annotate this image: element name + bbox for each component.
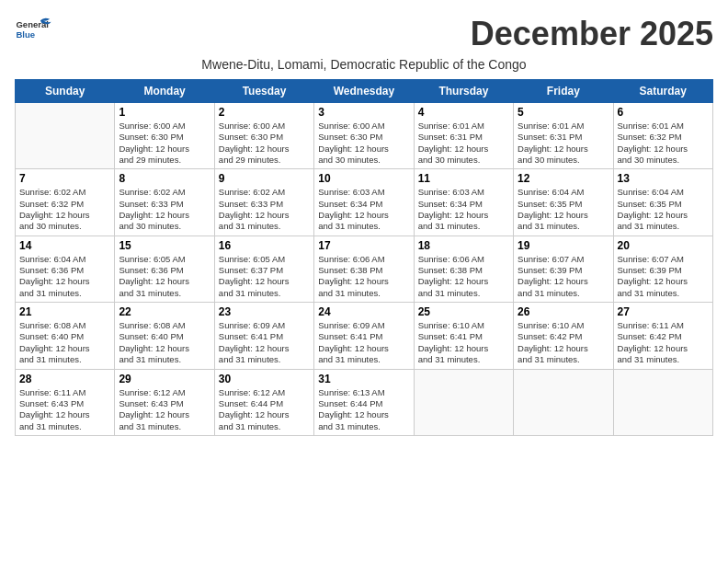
day-number: 10 (318, 172, 409, 185)
day-info: Sunrise: 6:11 AMSunset: 6:43 PMDaylight:… (19, 387, 110, 432)
calendar-table: SundayMondayTuesdayWednesdayThursdayFrid… (15, 79, 713, 436)
day-number: 23 (219, 305, 310, 318)
day-info: Sunrise: 6:05 AMSunset: 6:37 PMDaylight:… (219, 254, 310, 299)
calendar-cell: 11Sunrise: 6:03 AMSunset: 6:34 PMDayligh… (414, 169, 513, 236)
day-number: 26 (518, 305, 609, 318)
logo: General Blue (15, 15, 55, 48)
calendar-col-wednesday: Wednesday (314, 80, 414, 103)
calendar-cell: 16Sunrise: 6:05 AMSunset: 6:37 PMDayligh… (214, 236, 313, 302)
day-info: Sunrise: 6:12 AMSunset: 6:44 PMDaylight:… (219, 387, 310, 432)
day-info: Sunrise: 6:04 AMSunset: 6:36 PMDaylight:… (19, 254, 110, 299)
day-number: 25 (418, 305, 509, 318)
day-info: Sunrise: 6:12 AMSunset: 6:43 PMDaylight:… (119, 387, 210, 432)
calendar-cell (613, 369, 712, 435)
day-info: Sunrise: 6:08 AMSunset: 6:40 PMDaylight:… (19, 320, 110, 365)
calendar-col-monday: Monday (115, 80, 214, 103)
day-info: Sunrise: 6:02 AMSunset: 6:33 PMDaylight:… (119, 187, 210, 232)
calendar-cell: 13Sunrise: 6:04 AMSunset: 6:35 PMDayligh… (613, 169, 712, 236)
day-number: 3 (318, 106, 409, 119)
day-info: Sunrise: 6:01 AMSunset: 6:31 PMDaylight:… (418, 121, 509, 166)
day-info: Sunrise: 6:00 AMSunset: 6:30 PMDaylight:… (219, 121, 310, 166)
day-number: 20 (618, 239, 709, 252)
day-number: 28 (19, 373, 110, 385)
calendar-header-row: SundayMondayTuesdayWednesdayThursdayFrid… (16, 80, 713, 103)
calendar-cell: 14Sunrise: 6:04 AMSunset: 6:36 PMDayligh… (16, 236, 115, 302)
day-info: Sunrise: 6:11 AMSunset: 6:42 PMDaylight:… (618, 320, 709, 365)
day-info: Sunrise: 6:13 AMSunset: 6:44 PMDaylight:… (318, 387, 409, 432)
day-number: 9 (219, 172, 310, 185)
calendar-col-thursday: Thursday (414, 80, 513, 103)
calendar-cell (414, 369, 513, 435)
calendar-cell: 7Sunrise: 6:02 AMSunset: 6:32 PMDaylight… (16, 169, 115, 236)
calendar-cell: 22Sunrise: 6:08 AMSunset: 6:40 PMDayligh… (115, 303, 214, 369)
day-info: Sunrise: 6:10 AMSunset: 6:41 PMDaylight:… (418, 320, 509, 365)
day-info: Sunrise: 6:06 AMSunset: 6:38 PMDaylight:… (318, 254, 409, 299)
calendar-cell: 21Sunrise: 6:08 AMSunset: 6:40 PMDayligh… (16, 303, 115, 369)
day-number: 5 (518, 106, 609, 119)
calendar-cell: 10Sunrise: 6:03 AMSunset: 6:34 PMDayligh… (314, 169, 414, 236)
day-info: Sunrise: 6:03 AMSunset: 6:34 PMDaylight:… (318, 187, 409, 232)
day-number: 22 (119, 305, 210, 318)
calendar-week-1: 1Sunrise: 6:00 AMSunset: 6:30 PMDaylight… (16, 103, 713, 169)
subtitle: Mwene-Ditu, Lomami, Democratic Republic … (15, 57, 713, 72)
calendar-cell: 17Sunrise: 6:06 AMSunset: 6:38 PMDayligh… (314, 236, 414, 302)
calendar-cell: 29Sunrise: 6:12 AMSunset: 6:43 PMDayligh… (115, 369, 214, 435)
calendar-cell: 26Sunrise: 6:10 AMSunset: 6:42 PMDayligh… (514, 303, 613, 369)
calendar-cell: 6Sunrise: 6:01 AMSunset: 6:32 PMDaylight… (613, 103, 712, 169)
calendar-cell: 9Sunrise: 6:02 AMSunset: 6:33 PMDaylight… (214, 169, 313, 236)
calendar-cell: 24Sunrise: 6:09 AMSunset: 6:41 PMDayligh… (314, 303, 414, 369)
day-info: Sunrise: 6:07 AMSunset: 6:39 PMDaylight:… (518, 254, 609, 299)
calendar-cell: 5Sunrise: 6:01 AMSunset: 6:31 PMDaylight… (514, 103, 613, 169)
day-info: Sunrise: 6:06 AMSunset: 6:38 PMDaylight:… (418, 254, 509, 299)
calendar-cell: 12Sunrise: 6:04 AMSunset: 6:35 PMDayligh… (514, 169, 613, 236)
calendar-cell: 23Sunrise: 6:09 AMSunset: 6:41 PMDayligh… (214, 303, 313, 369)
day-number: 2 (219, 106, 310, 119)
day-number: 19 (518, 239, 609, 252)
calendar-cell: 28Sunrise: 6:11 AMSunset: 6:43 PMDayligh… (16, 369, 115, 435)
day-number: 4 (418, 106, 509, 119)
day-info: Sunrise: 6:10 AMSunset: 6:42 PMDaylight:… (518, 320, 609, 365)
calendar-cell: 18Sunrise: 6:06 AMSunset: 6:38 PMDayligh… (414, 236, 513, 302)
calendar-cell: 31Sunrise: 6:13 AMSunset: 6:44 PMDayligh… (314, 369, 414, 435)
day-info: Sunrise: 6:00 AMSunset: 6:30 PMDaylight:… (318, 121, 409, 166)
day-number: 27 (618, 305, 709, 318)
day-number: 24 (318, 305, 409, 318)
calendar-week-5: 28Sunrise: 6:11 AMSunset: 6:43 PMDayligh… (16, 369, 713, 435)
calendar-cell: 4Sunrise: 6:01 AMSunset: 6:31 PMDaylight… (414, 103, 513, 169)
day-info: Sunrise: 6:00 AMSunset: 6:30 PMDaylight:… (119, 121, 210, 166)
day-number: 1 (119, 106, 210, 119)
calendar-week-3: 14Sunrise: 6:04 AMSunset: 6:36 PMDayligh… (16, 236, 713, 302)
calendar-cell: 25Sunrise: 6:10 AMSunset: 6:41 PMDayligh… (414, 303, 513, 369)
calendar-cell: 2Sunrise: 6:00 AMSunset: 6:30 PMDaylight… (214, 103, 313, 169)
calendar-cell: 20Sunrise: 6:07 AMSunset: 6:39 PMDayligh… (613, 236, 712, 302)
day-number: 6 (618, 106, 709, 119)
day-info: Sunrise: 6:09 AMSunset: 6:41 PMDaylight:… (219, 320, 310, 365)
day-info: Sunrise: 6:04 AMSunset: 6:35 PMDaylight:… (518, 187, 609, 232)
calendar-cell: 8Sunrise: 6:02 AMSunset: 6:33 PMDaylight… (115, 169, 214, 236)
day-number: 15 (119, 239, 210, 252)
calendar-cell: 30Sunrise: 6:12 AMSunset: 6:44 PMDayligh… (214, 369, 313, 435)
day-info: Sunrise: 6:04 AMSunset: 6:35 PMDaylight:… (618, 187, 709, 232)
page-header: General Blue December 2025 (15, 15, 713, 53)
day-info: Sunrise: 6:02 AMSunset: 6:32 PMDaylight:… (19, 187, 110, 232)
svg-text:Blue: Blue (16, 29, 35, 40)
day-number: 16 (219, 239, 310, 252)
calendar-col-tuesday: Tuesday (214, 80, 313, 103)
day-number: 18 (418, 239, 509, 252)
day-number: 21 (19, 305, 110, 318)
day-number: 30 (219, 373, 310, 385)
calendar-col-friday: Friday (514, 80, 613, 103)
day-number: 8 (119, 172, 210, 185)
day-info: Sunrise: 6:09 AMSunset: 6:41 PMDaylight:… (318, 320, 409, 365)
day-number: 12 (518, 172, 609, 185)
calendar-col-sunday: Sunday (16, 80, 115, 103)
day-info: Sunrise: 6:08 AMSunset: 6:40 PMDaylight:… (119, 320, 210, 365)
calendar-col-saturday: Saturday (613, 80, 712, 103)
calendar-cell (16, 103, 115, 169)
day-number: 7 (19, 172, 110, 185)
day-info: Sunrise: 6:07 AMSunset: 6:39 PMDaylight:… (618, 254, 709, 299)
day-number: 29 (119, 373, 210, 385)
month-title: December 2025 (471, 15, 713, 53)
day-number: 13 (618, 172, 709, 185)
day-info: Sunrise: 6:02 AMSunset: 6:33 PMDaylight:… (219, 187, 310, 232)
